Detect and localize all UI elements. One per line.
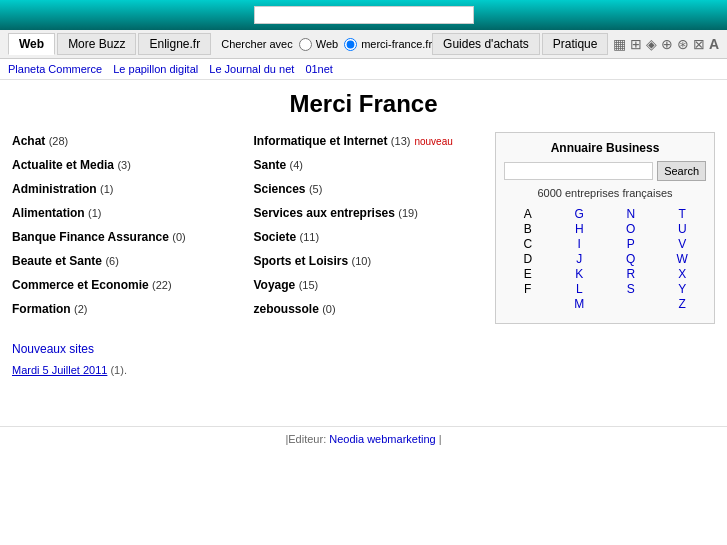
annuaire-search-input[interactable] [504, 162, 653, 180]
nav-item-web[interactable]: Web [8, 33, 55, 55]
category-link[interactable]: Actualite et Media [12, 158, 114, 172]
breadcrumb-link-journal[interactable]: Le Journal du net [209, 63, 294, 75]
category-item: Administration (1) [12, 180, 244, 198]
cat-count: (19) [398, 207, 418, 219]
alpha-link[interactable]: G [575, 207, 584, 221]
top-search-input[interactable] [254, 6, 474, 24]
alpha-link[interactable]: N [626, 207, 635, 221]
alpha-link-cell: G [556, 207, 604, 221]
alpha-link[interactable]: Z [679, 297, 686, 311]
date-line: Mardi 5 Juillet 2011 (1). [12, 364, 715, 376]
alpha-link-cell: I [556, 237, 604, 251]
category-item: Formation (2) [12, 300, 244, 318]
alpha-link[interactable]: U [678, 222, 687, 236]
radio-web[interactable] [299, 38, 312, 51]
alpha-link[interactable]: Y [678, 282, 686, 296]
cat-count: (0) [172, 231, 185, 243]
category-item: Sports et Loisirs (10) [254, 252, 486, 270]
category-link[interactable]: Sports et Loisirs [254, 254, 349, 268]
alpha-link[interactable]: P [627, 237, 635, 251]
category-link[interactable]: Banque Finance Assurance [12, 230, 169, 244]
category-link[interactable]: Voyage [254, 278, 296, 292]
nav-item-enligne[interactable]: Enligne.fr [138, 33, 211, 55]
category-item: Societe (11) [254, 228, 486, 246]
alpha-plain: A [504, 207, 552, 221]
nav-item-pratique[interactable]: Pratique [542, 33, 609, 55]
annuaire-search-button[interactable]: Search [657, 161, 706, 181]
footer-prefix: |Editeur: [285, 433, 326, 445]
font-icon: A [709, 36, 719, 52]
alpha-link[interactable]: H [575, 222, 584, 236]
category-item: Actualite et Media (3) [12, 156, 244, 174]
nouveaux-sites-link[interactable]: Nouveaux sites [12, 342, 715, 356]
category-link[interactable]: Services aux entreprises [254, 206, 395, 220]
alpha-link[interactable]: Q [626, 252, 635, 266]
alpha-link[interactable]: J [576, 252, 582, 266]
nav-search-area: Chercher avec Web merci-france.fr [221, 38, 432, 51]
alpha-link[interactable]: W [677, 252, 688, 266]
cat-count: (4) [290, 159, 303, 171]
bookmark-icon: ⊕ [661, 36, 673, 52]
alpha-link[interactable]: O [626, 222, 635, 236]
alpha-link[interactable]: V [678, 237, 686, 251]
cat-count: (22) [152, 279, 172, 291]
category-link[interactable]: zeboussole [254, 302, 319, 316]
cat-count: (15) [299, 279, 319, 291]
alpha-link[interactable]: S [627, 282, 635, 296]
category-item: Achat (28) [12, 132, 244, 150]
radio-merci[interactable] [344, 38, 357, 51]
alpha-link[interactable]: M [574, 297, 584, 311]
alpha-link-cell [607, 297, 655, 311]
cat-count: (10) [352, 255, 372, 267]
nav-item-guides[interactable]: Guides d'achats [432, 33, 540, 55]
content-grid: Achat (28)Actualite et Media (3)Administ… [12, 132, 715, 324]
category-link[interactable]: Formation [12, 302, 71, 316]
breadcrumb-link-planeta[interactable]: Planeta Commerce [8, 63, 102, 75]
alpha-link[interactable]: K [575, 267, 583, 281]
grid-icon: ⊠ [693, 36, 705, 52]
alpha-link-cell: N [607, 207, 655, 221]
alpha-link-cell: K [556, 267, 604, 281]
alpha-link[interactable]: R [626, 267, 635, 281]
category-item: Services aux entreprises (19) [254, 204, 486, 222]
rss-icon: ◈ [646, 36, 657, 52]
category-link[interactable]: Sante [254, 158, 287, 172]
category-link[interactable]: Informatique et Internet [254, 134, 388, 148]
category-link[interactable]: Sciences [254, 182, 306, 196]
alpha-link-cell: U [659, 222, 707, 236]
top-bar [0, 0, 727, 30]
category-item: Banque Finance Assurance (0) [12, 228, 244, 246]
nav-item-morebuzz[interactable]: More Buzz [57, 33, 136, 55]
cat-count: (5) [309, 183, 322, 195]
date-link[interactable]: Mardi 5 Juillet 2011 [12, 364, 107, 376]
new-badge: nouveau [414, 136, 452, 147]
cat-count: (28) [49, 135, 69, 147]
categories-left: Achat (28)Actualite et Media (3)Administ… [12, 132, 254, 324]
breadcrumb-link-papillon[interactable]: Le papillon digital [113, 63, 198, 75]
bar-chart-icon: ▦ [613, 36, 626, 52]
alpha-link[interactable]: X [678, 267, 686, 281]
bottom-links: Nouveaux sites Mardi 5 Juillet 2011 (1). [12, 342, 715, 376]
alpha-link[interactable]: T [679, 207, 686, 221]
alpha-link[interactable]: I [578, 237, 581, 251]
alpha-link[interactable]: L [576, 282, 583, 296]
alpha-link-cell: M [556, 297, 604, 311]
alpha-plain: D [504, 252, 552, 266]
category-link[interactable]: Societe [254, 230, 297, 244]
cat-count: (1) [100, 183, 113, 195]
category-link[interactable]: Beaute et Sante [12, 254, 102, 268]
breadcrumb-link-01net[interactable]: 01net [305, 63, 333, 75]
category-link[interactable]: Achat [12, 134, 45, 148]
alpha-link-cell: S [607, 282, 655, 296]
cat-count: (2) [74, 303, 87, 315]
footer-link[interactable]: Neodia webmarketing [329, 433, 435, 445]
nav-bar: Web More Buzz Enligne.fr Chercher avec W… [0, 30, 727, 59]
nav-icons: ▦ ⊞ ◈ ⊕ ⊛ ⊠ A [613, 36, 719, 52]
cat-count: (0) [322, 303, 335, 315]
category-link[interactable]: Administration [12, 182, 97, 196]
alpha-plain: F [504, 282, 552, 296]
category-item: Beaute et Sante (6) [12, 252, 244, 270]
category-link[interactable]: Alimentation [12, 206, 85, 220]
category-link[interactable]: Commerce et Economie [12, 278, 149, 292]
alpha-plain [504, 297, 552, 311]
